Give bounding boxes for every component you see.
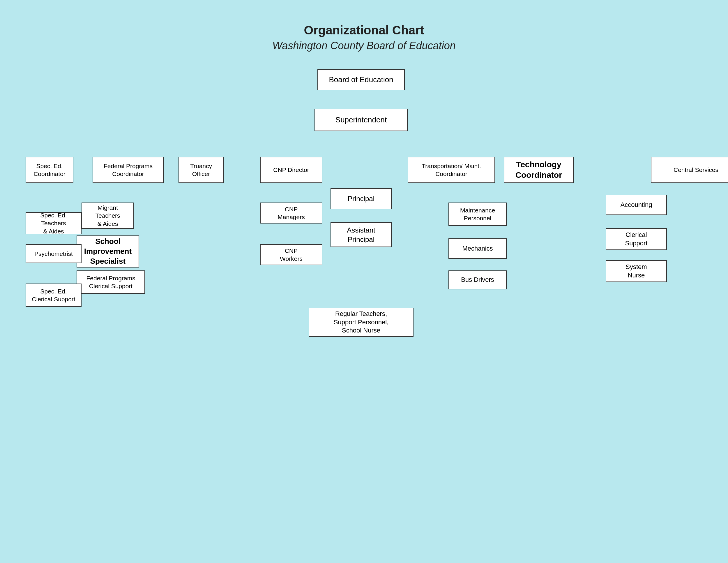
school-improvement-box: School Improvement Specialist [77,235,139,267]
system-nurse-box: System Nurse [606,260,667,282]
fed-prog-coord-box: Federal Programs Coordinator [93,157,164,183]
truancy-officer-box: Truancy Officer [179,157,224,183]
transportation-coord-box: Transportation/ Maint. Coordinator [408,157,495,183]
maintenance-personnel-box: Maintenance Personnel [448,202,507,226]
spec-ed-teachers-box: Spec. Ed. Teachers & Aides [26,212,82,234]
page-container: Organizational Chart Washington County B… [0,0,728,563]
spec-ed-clerical-box: Spec. Ed. Clerical Support [26,284,82,307]
psychometrist-box: Psychometrist [26,244,82,263]
bus-drivers-box: Bus Drivers [448,270,507,290]
spec-ed-coord-box: Spec. Ed. Coordinator [26,157,73,183]
clerical-support-box: Clerical Support [606,228,667,250]
cnp-managers-box: CNP Managers [260,202,322,223]
migrant-teachers-box: Migrant Teachers & Aides [82,202,134,229]
cnp-workers-box: CNP Workers [260,244,322,265]
tech-coord-box: Technology Coordinator [504,157,574,183]
cnp-director-box: CNP Director [260,157,322,183]
regular-teachers-box: Regular Teachers, Support Personnel, Sch… [309,308,414,337]
board-box: Board of Education [317,69,405,90]
chart-subtitle: Washington County Board of Education [272,40,456,52]
chart-title: Organizational Chart [304,23,424,37]
accounting-box: Accounting [606,195,667,215]
central-services-box: Central Services [651,157,728,183]
principal-box: Principal [331,188,392,209]
assistant-principal-box: Assistant Principal [331,222,392,247]
superintendent-box: Superintendent [314,109,408,131]
mechanics-box: Mechanics [448,238,507,259]
fed-prog-clerical-box: Federal Programs Clerical Support [77,270,145,294]
